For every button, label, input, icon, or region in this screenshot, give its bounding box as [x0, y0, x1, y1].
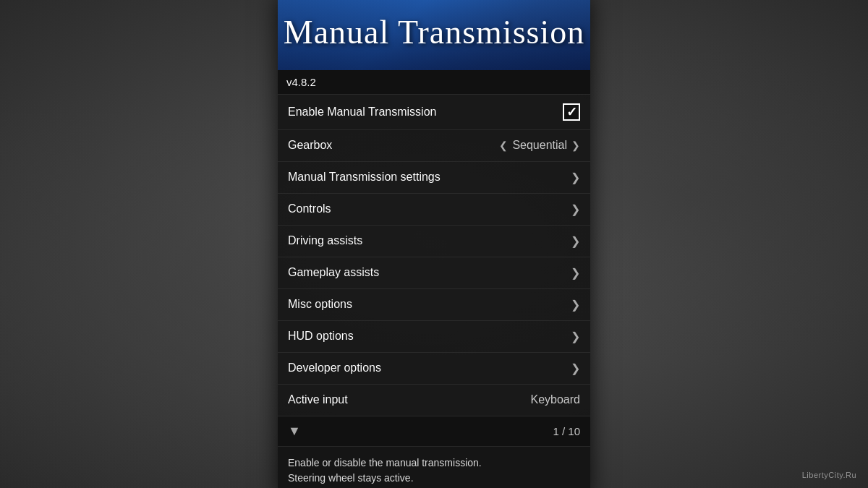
active-input-value: Keyboard — [531, 393, 581, 406]
pagination-chevron-down[interactable]: ▼ — [288, 424, 301, 439]
enable-manual-checkbox[interactable]: ✓ — [563, 103, 580, 121]
version-text: v4.8.2 — [286, 76, 316, 88]
gearbox-value: Sequential — [512, 139, 567, 152]
menu-item-controls[interactable]: Controls ❯ — [278, 193, 590, 225]
header-banner: Manual Transmission — [278, 0, 590, 70]
menu-container: Manual Transmission v4.8.2 Enable Manual… — [278, 0, 590, 488]
controls-arrow: ❯ — [571, 202, 580, 216]
misc-options-arrow: ❯ — [571, 298, 580, 312]
gearbox-selector[interactable]: ❮ Sequential ❯ — [499, 139, 580, 152]
menu-item-gearbox[interactable]: Gearbox ❮ Sequential ❯ — [278, 129, 590, 161]
hud-options-arrow: ❯ — [571, 330, 580, 343]
controls-label: Controls — [288, 202, 331, 215]
mt-settings-label: Manual Transmission settings — [288, 171, 441, 184]
menu-item-hud-options[interactable]: HUD options ❯ — [278, 320, 590, 352]
active-input-label: Active input — [288, 393, 348, 406]
driving-assists-label: Driving assists — [288, 234, 362, 247]
misc-options-label: Misc options — [288, 298, 352, 311]
menu-item-developer-options[interactable]: Developer options ❯ — [278, 352, 590, 384]
developer-options-arrow: ❯ — [571, 361, 580, 375]
gameplay-assists-arrow: ❯ — [571, 266, 580, 280]
developer-options-label: Developer options — [288, 361, 381, 374]
hud-options-label: HUD options — [288, 330, 354, 343]
menu-item-misc-options[interactable]: Misc options ❯ — [278, 288, 590, 320]
driving-assists-arrow: ❯ — [571, 234, 580, 248]
description-line1: Enable or disable the manual transmissio… — [288, 455, 580, 471]
pagination-display: 1 / 10 — [553, 425, 580, 437]
pagination-bar: ▼ 1 / 10 — [278, 416, 590, 446]
mt-settings-arrow: ❯ — [571, 171, 580, 184]
menu-item-enable-manual[interactable]: Enable Manual Transmission ✓ — [278, 94, 590, 129]
gearbox-label: Gearbox — [288, 139, 332, 152]
gearbox-right-arrow[interactable]: ❯ — [571, 140, 580, 151]
menu-item-active-input: Active input Keyboard — [278, 384, 590, 416]
menu-item-mt-settings[interactable]: Manual Transmission settings ❯ — [278, 161, 590, 193]
description-bar: Enable or disable the manual transmissio… — [278, 446, 590, 489]
header-title: Manual Transmission — [284, 13, 584, 51]
watermark: LibertyCity.Ru — [802, 471, 856, 479]
gearbox-left-arrow[interactable]: ❮ — [499, 140, 508, 151]
version-bar: v4.8.2 — [278, 70, 590, 94]
enable-manual-label: Enable Manual Transmission — [288, 106, 436, 119]
enable-manual-right: ✓ — [563, 103, 580, 121]
description-line2: Steering wheel stays active. — [288, 471, 580, 486]
gameplay-assists-label: Gameplay assists — [288, 266, 379, 279]
menu-item-gameplay-assists[interactable]: Gameplay assists ❯ — [278, 257, 590, 288]
menu-item-driving-assists[interactable]: Driving assists ❯ — [278, 225, 590, 257]
